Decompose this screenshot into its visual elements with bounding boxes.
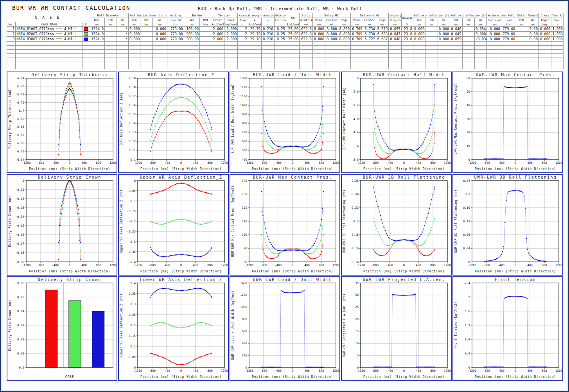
svg-text:-400: -400 <box>497 161 505 165</box>
cell <box>140 46 152 50</box>
cell <box>248 65 261 69</box>
col-header: Center <box>325 18 338 22</box>
svg-text:1200: 1200 <box>444 369 451 372</box>
cell <box>105 57 117 61</box>
svg-text:-1200: -1200 <box>133 161 142 165</box>
svg-text:0.04: 0.04 <box>463 247 470 250</box>
cell <box>438 50 450 54</box>
cell <box>286 54 299 57</box>
svg-text:5: 5 <box>357 354 359 357</box>
col-header: deg. <box>538 22 551 27</box>
col-header: mm <box>450 22 462 27</box>
cell <box>527 50 538 54</box>
cell: 3 <box>7 37 16 42</box>
col-header: ton <box>200 22 211 27</box>
cell <box>551 65 564 69</box>
svg-text:0: 0 <box>22 179 24 183</box>
cell <box>262 50 274 54</box>
col-header: mm <box>438 22 450 27</box>
col-header: Cross <box>538 13 551 18</box>
svg-text:200: 200 <box>242 354 247 357</box>
svg-text:0.01: 0.01 <box>17 352 24 355</box>
cell <box>527 42 538 46</box>
cell <box>152 42 167 46</box>
svg-text:1.2: 1.2 <box>465 324 470 327</box>
cell <box>462 61 474 65</box>
svg-text:0: 0 <box>468 158 470 161</box>
cell <box>363 57 376 61</box>
cell: 0.047 <box>389 32 401 37</box>
svg-text:-800: -800 <box>260 263 267 267</box>
cell <box>350 46 363 50</box>
cell <box>527 54 538 57</box>
col-header: WR <box>527 18 538 22</box>
chart-svg: -1200-800-400040080012006.646.656.666.67… <box>7 72 117 172</box>
svg-text:-0.4: -0.4 <box>129 260 136 264</box>
cell <box>376 57 388 61</box>
cell <box>117 54 128 57</box>
svg-text:100: 100 <box>242 233 247 236</box>
svg-text:0.16: 0.16 <box>352 247 359 250</box>
cell <box>200 61 211 65</box>
cell <box>438 42 450 46</box>
cell <box>527 61 538 65</box>
cell <box>274 54 286 57</box>
cell <box>527 57 538 61</box>
chart-svg: -1200-800-4000400800120005101520253035UW… <box>342 277 451 380</box>
cell <box>140 54 152 57</box>
svg-text:-800: -800 <box>372 369 379 372</box>
svg-text:0.06: 0.06 <box>17 281 25 285</box>
svg-text:Delivery Strip Crown (mm): Delivery Strip Crown (mm) <box>8 300 12 351</box>
cell <box>538 42 551 46</box>
cell <box>140 61 152 65</box>
svg-text:800: 800 <box>542 369 547 372</box>
cell <box>105 42 117 46</box>
cell <box>338 54 350 57</box>
svg-text:400: 400 <box>304 369 310 372</box>
cell <box>248 46 261 50</box>
svg-text:0: 0 <box>134 179 136 183</box>
header-row: C A S ERoll DiameterRoll Initial Crown (… <box>7 13 564 18</box>
cell <box>274 57 286 61</box>
col-header: Mean <box>312 18 325 22</box>
cell <box>274 46 286 50</box>
svg-text:600: 600 <box>242 140 247 143</box>
cell <box>538 50 551 54</box>
svg-text:Lower WR Axis Deflection_Z: Lower WR Axis Deflection_Z <box>140 277 222 282</box>
case-table: C A S ERoll DiameterRoll Initial Crown (… <box>7 13 564 69</box>
cell <box>184 42 200 46</box>
cell <box>262 65 274 69</box>
svg-text:0.22: 0.22 <box>352 206 359 209</box>
chart-svg: -1200-800-400040080012000200400600800100… <box>230 277 339 380</box>
cell: 0.000 <box>538 32 551 37</box>
col-header: mm <box>516 22 527 27</box>
cell <box>425 32 438 37</box>
svg-text:110: 110 <box>242 220 247 223</box>
cell <box>312 50 325 54</box>
cell: 6.709 <box>350 27 363 32</box>
cell: 0.000 <box>128 32 140 37</box>
svg-text:Position (mm) (Strip Width Dir: Position (mm) (Strip Width Direction) <box>252 270 333 273</box>
svg-text:1200: 1200 <box>555 161 562 165</box>
svg-text:Delivery Strip Thickness (mm): Delivery Strip Thickness (mm) <box>8 89 12 148</box>
svg-text:Position (mm) (Strip Width Dir: Position (mm) (Strip Width Direction) <box>363 167 445 171</box>
chart-svg: -1200-800-400040080012004005006007008009… <box>230 72 339 172</box>
cell <box>286 50 299 54</box>
cell <box>167 61 184 65</box>
cell <box>89 61 105 65</box>
cell <box>389 46 401 50</box>
svg-text:800: 800 <box>207 161 213 165</box>
cell: -0.038 <box>474 37 486 42</box>
cell <box>140 50 152 54</box>
cell <box>7 57 16 61</box>
cell <box>167 50 184 54</box>
svg-text:400: 400 <box>527 263 533 267</box>
cell <box>425 46 438 50</box>
svg-text:-0.05: -0.05 <box>15 224 24 227</box>
svg-text:0.18: 0.18 <box>129 86 136 89</box>
col-header: mm <box>425 22 438 27</box>
svg-text:5.2: 5.2 <box>353 104 359 107</box>
cell: 0.000 <box>413 32 425 37</box>
svg-text:-1200: -1200 <box>468 369 477 372</box>
cell <box>413 46 425 50</box>
